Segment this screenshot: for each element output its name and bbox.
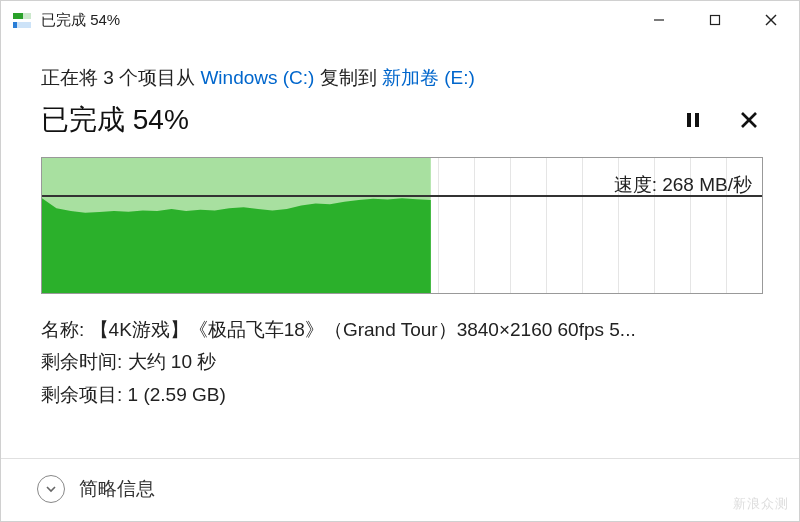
items-remaining-label: 剩余项目: [41,384,122,405]
copy-progress-icon [11,9,33,31]
dest-drive-link[interactable]: 新加卷 (E:) [382,67,475,88]
transfer-middle: 复制到 [314,67,382,88]
maximize-button[interactable] [687,1,743,39]
details-block: 名称: 【4K游戏】《极品飞车18》（Grand Tour）3840×2160 … [41,314,763,411]
time-remaining-label: 剩余时间: [41,351,122,372]
speed-graph: 速度: 268 MB/秒 [41,157,763,294]
svg-rect-3 [17,22,31,28]
pause-button[interactable] [679,106,707,134]
titlebar: 已完成 54% [1,1,799,39]
watermark: 新浪众测 [733,495,789,513]
close-window-button[interactable] [743,1,799,39]
detail-name: 名称: 【4K游戏】《极品飞车18》（Grand Tour）3840×2160 … [41,314,763,346]
toggle-label: 简略信息 [79,476,155,502]
cancel-button[interactable] [735,106,763,134]
time-remaining-value: 大约 10 秒 [128,351,217,372]
fewer-details-toggle[interactable]: 简略信息 [37,475,155,503]
svg-rect-8 [687,113,691,127]
window-controls [631,1,799,39]
detail-time-remaining: 剩余时间: 大约 10 秒 [41,346,763,378]
speed-label: 速度: 268 MB/秒 [614,172,752,198]
name-label: 名称: [41,319,84,340]
minimize-button[interactable] [631,1,687,39]
detail-items-remaining: 剩余项目: 1 (2.59 GB) [41,379,763,411]
transfer-description: 正在将 3 个项目从 Windows (C:) 复制到 新加卷 (E:) [41,65,763,91]
window-title: 已完成 54% [41,11,120,30]
transfer-prefix: 正在将 3 个项目从 [41,67,200,88]
divider [1,458,799,459]
progress-row: 已完成 54% [41,101,763,139]
svg-rect-5 [711,16,720,25]
svg-marker-13 [42,198,431,293]
graph-area [42,158,431,293]
dialog-content: 正在将 3 个项目从 Windows (C:) 复制到 新加卷 (E:) 已完成… [1,39,799,411]
progress-heading: 已完成 54% [41,101,651,139]
source-drive-link[interactable]: Windows (C:) [200,67,314,88]
name-value: 【4K游戏】《极品飞车18》（Grand Tour）3840×2160 60fp… [90,319,636,340]
svg-rect-9 [695,113,699,127]
svg-rect-1 [23,13,31,19]
items-remaining-value: 1 (2.59 GB) [128,384,226,405]
chevron-down-icon [37,475,65,503]
